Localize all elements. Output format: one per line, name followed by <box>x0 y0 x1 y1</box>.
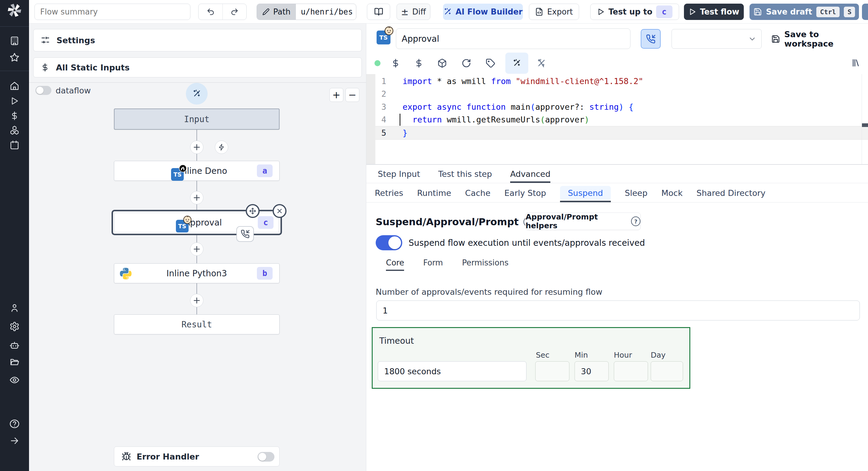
user-icon[interactable] <box>9 302 20 314</box>
suspend-toggle-label: Suspend flow execution until events/appr… <box>409 235 645 250</box>
tab-core[interactable]: Core <box>386 258 404 271</box>
timeout-day-input[interactable] <box>651 361 683 381</box>
tab-mock[interactable]: Mock <box>661 183 682 202</box>
test-flow-button[interactable]: Test flow <box>684 4 744 20</box>
error-handler-row[interactable]: Error Handler <box>114 446 280 467</box>
eye-icon[interactable] <box>9 374 20 386</box>
tab-sleep[interactable]: Sleep <box>625 183 647 202</box>
dollar-icon[interactable] <box>9 110 20 121</box>
add-step-button[interactable] <box>190 191 204 204</box>
pane-resize-handle[interactable] <box>862 123 868 127</box>
advanced-tabs: Retries Runtime Cache Early Stop Suspend… <box>366 183 868 203</box>
zoom-in-button[interactable]: + <box>330 88 343 102</box>
tab-advanced[interactable]: Advanced <box>510 165 550 183</box>
approval-mode-button[interactable] <box>641 29 661 49</box>
undo-button[interactable] <box>198 4 223 20</box>
package-icon-button[interactable] <box>437 58 447 68</box>
add-step-button[interactable] <box>190 242 204 256</box>
play-icon[interactable] <box>9 95 20 107</box>
bot-icon[interactable] <box>9 340 20 351</box>
line-number: 5 <box>375 128 388 138</box>
timeout-min-input[interactable] <box>575 361 609 381</box>
timeout-hour-input[interactable] <box>614 361 648 381</box>
flow-node-inline-python3[interactable]: Inline Python3 b <box>114 263 280 283</box>
tab-cache[interactable]: Cache <box>465 183 491 202</box>
tag-icon-button[interactable] <box>485 58 496 68</box>
library-icon-button[interactable] <box>849 57 861 68</box>
line-number: 2 <box>375 89 388 98</box>
settings-gear-icon[interactable] <box>9 321 20 332</box>
hour-label: Hour <box>614 351 632 359</box>
code-editor[interactable]: 1import * as wmill from "windmill-client… <box>366 74 868 164</box>
delete-step-button[interactable] <box>273 204 286 218</box>
pencil-icon <box>262 8 270 16</box>
code-line[interactable]: 2 <box>375 88 868 101</box>
workspace-script-select[interactable] <box>672 29 762 49</box>
timeout-sec-input[interactable] <box>535 361 569 381</box>
dataflow-toggle[interactable] <box>35 86 51 95</box>
tab-early-stop[interactable]: Early Stop <box>504 183 546 202</box>
error-handler-toggle[interactable] <box>257 452 274 462</box>
zoom-out-button[interactable]: − <box>345 88 359 102</box>
test-up-to-button[interactable]: Test up to c <box>590 4 679 20</box>
code-line[interactable]: 5} <box>375 126 868 140</box>
suspend-toggle[interactable] <box>376 235 402 250</box>
redo-button[interactable] <box>223 4 246 20</box>
add-trigger-button[interactable] <box>215 141 228 154</box>
folder-open-icon[interactable] <box>9 356 20 368</box>
code-line[interactable]: 4 return wmill.getResumeUrls(approver) <box>375 113 868 126</box>
all-static-inputs-button[interactable]: All Static Inputs <box>33 57 362 78</box>
add-step-button[interactable] <box>190 294 204 307</box>
tab-runtime[interactable]: Runtime <box>417 183 451 202</box>
code-line[interactable]: 1import * as wmill from "windmill-client… <box>375 75 868 88</box>
deploy-button-partial[interactable] <box>862 4 868 20</box>
tab-step-input[interactable]: Step Input <box>378 165 420 183</box>
scrollbar-track <box>862 74 862 164</box>
move-step-handle[interactable] <box>246 204 259 218</box>
star-icon[interactable] <box>9 52 20 63</box>
ai-graph-wand-button[interactable] <box>186 83 208 105</box>
collapse-arrow-icon[interactable] <box>9 435 20 446</box>
day-input-wrap <box>651 361 683 381</box>
step-name-input[interactable] <box>396 28 630 49</box>
flow-node-input[interactable]: Input <box>114 109 280 130</box>
add-step-button[interactable] <box>190 141 204 154</box>
timeout-total-input[interactable] <box>378 361 526 381</box>
path-button[interactable]: Path u/henri/bes <box>256 4 356 20</box>
boxes-icon[interactable] <box>9 124 20 136</box>
path-label: Path <box>257 4 296 20</box>
flow-settings-button[interactable]: Settings <box>33 29 362 51</box>
windmill-logo[interactable] <box>7 2 22 18</box>
building-icon[interactable] <box>9 35 20 47</box>
static-inputs-icon-button[interactable] <box>391 58 401 68</box>
flow-summary-input[interactable] <box>34 4 190 20</box>
export-button[interactable]: Export <box>529 4 579 20</box>
file-code-icon <box>535 7 544 16</box>
ai-flow-builder-button[interactable]: AI Flow Builder <box>443 4 523 20</box>
tab-form[interactable]: Form <box>423 258 443 271</box>
approval-prompt-helpers-button[interactable]: Approval/Prompt helpers ? <box>525 212 641 230</box>
reload-icon-button[interactable] <box>461 58 471 68</box>
tab-test-this-step[interactable]: Test this step <box>438 165 492 183</box>
approvals-count-input[interactable] <box>376 300 860 320</box>
tab-permissions[interactable]: Permissions <box>462 258 509 271</box>
calendar-icon[interactable] <box>9 139 20 151</box>
tab-suspend[interactable]: Suspend <box>560 183 611 202</box>
line-number: 1 <box>375 77 388 86</box>
typescript-bun-icon: TS <box>176 220 189 233</box>
ai-assistant-active-button[interactable] <box>505 53 528 74</box>
flow-node-inline-deno[interactable]: TS Inline Deno a <box>114 161 280 181</box>
diff-button[interactable]: ± Diff <box>397 4 430 20</box>
docs-button[interactable] <box>367 4 390 20</box>
home-icon[interactable] <box>9 80 20 92</box>
help-icon[interactable] <box>9 418 20 430</box>
tab-shared-directory[interactable]: Shared Directory <box>696 183 766 202</box>
variables-icon-button[interactable] <box>414 58 424 68</box>
step-id-badge: a <box>257 165 273 177</box>
save-to-workspace-button[interactable]: Save to workspace <box>771 29 868 49</box>
flow-node-result[interactable]: Result <box>114 315 280 334</box>
save-draft-button[interactable]: Save draft Ctrl S <box>749 4 859 20</box>
ai-fix-icon-button[interactable] <box>535 58 547 68</box>
tab-retries[interactable]: Retries <box>375 183 403 202</box>
code-line[interactable]: 3export async function main(approver?: s… <box>375 100 868 113</box>
